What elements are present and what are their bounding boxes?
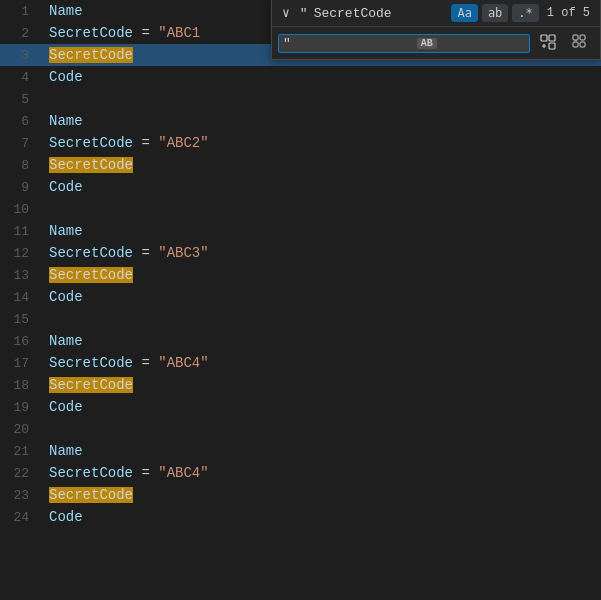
- replace-one-icon: [540, 34, 556, 50]
- replace-input[interactable]: [293, 36, 413, 51]
- replace-quote-icon: ": [283, 36, 291, 51]
- line-content-18: SecretCode: [45, 377, 601, 393]
- line-content-14: Code: [45, 289, 601, 305]
- line-23: 23 SecretCode: [0, 484, 601, 506]
- line-13: 13 SecretCode: [0, 264, 601, 286]
- line-num-15: 15: [0, 312, 45, 327]
- line-content-11: Name: [45, 223, 601, 239]
- match-word-button[interactable]: ab: [482, 4, 508, 22]
- line-21: 21 Name: [0, 440, 601, 462]
- find-widget-bottom: " AB: [272, 27, 600, 59]
- line-num-1: 1: [0, 4, 45, 19]
- line-8: 8 SecretCode: [0, 154, 601, 176]
- code-editor: 1 Name 2 SecretCode = "ABC1 3 SecretCode…: [0, 0, 601, 600]
- find-widget-top: ∨ " SecretCode Aa ab .* 1 of 5: [272, 0, 600, 27]
- line-content-12: SecretCode = "ABC3": [45, 245, 601, 261]
- line-6: 6 Name: [0, 110, 601, 132]
- line-num-22: 22: [0, 466, 45, 481]
- line-num-4: 4: [0, 70, 45, 85]
- line-num-12: 12: [0, 246, 45, 261]
- svg-rect-0: [541, 35, 547, 41]
- svg-rect-1: [549, 35, 555, 41]
- line-num-18: 18: [0, 378, 45, 393]
- svg-rect-6: [580, 42, 585, 47]
- line-num-23: 23: [0, 488, 45, 503]
- line-content-21: Name: [45, 443, 601, 459]
- find-quote-icon: ": [298, 6, 310, 21]
- replace-one-button[interactable]: [534, 31, 562, 55]
- line-num-14: 14: [0, 290, 45, 305]
- line-9: 9 Code: [0, 176, 601, 198]
- line-num-6: 6: [0, 114, 45, 129]
- line-content-17: SecretCode = "ABC4": [45, 355, 601, 371]
- line-content-8: SecretCode: [45, 157, 601, 173]
- line-7: 7 SecretCode = "ABC2": [0, 132, 601, 154]
- line-content-24: Code: [45, 509, 601, 525]
- line-num-21: 21: [0, 444, 45, 459]
- replace-all-icon: [572, 34, 588, 50]
- find-search-term: SecretCode: [314, 6, 448, 21]
- line-num-17: 17: [0, 356, 45, 371]
- line-14: 14 Code: [0, 286, 601, 308]
- svg-rect-5: [573, 42, 578, 47]
- line-content-4: Code: [45, 69, 601, 85]
- line-12: 12 SecretCode = "ABC3": [0, 242, 601, 264]
- line-num-11: 11: [0, 224, 45, 239]
- line-num-3: 3: [0, 48, 45, 63]
- line-num-8: 8: [0, 158, 45, 173]
- line-num-16: 16: [0, 334, 45, 349]
- line-17: 17 SecretCode = "ABC4": [0, 352, 601, 374]
- line-16: 16 Name: [0, 330, 601, 352]
- line-content-9: Code: [45, 179, 601, 195]
- line-num-19: 19: [0, 400, 45, 415]
- svg-rect-2: [549, 43, 555, 49]
- line-content-13: SecretCode: [45, 267, 601, 283]
- match-case-button[interactable]: Aa: [451, 4, 477, 22]
- match-count: 1 of 5: [543, 6, 594, 20]
- svg-rect-3: [573, 35, 578, 40]
- line-10: 10: [0, 198, 601, 220]
- regex-button[interactable]: .*: [512, 4, 538, 22]
- replace-all-button[interactable]: [566, 31, 594, 55]
- ab-badge: AB: [417, 38, 437, 49]
- find-widget: ∨ " SecretCode Aa ab .* 1 of 5 " AB: [271, 0, 601, 60]
- line-content-19: Code: [45, 399, 601, 415]
- line-4: 4 Code: [0, 66, 601, 88]
- line-num-7: 7: [0, 136, 45, 151]
- line-content-23: SecretCode: [45, 487, 601, 503]
- line-num-9: 9: [0, 180, 45, 195]
- line-content-7: SecretCode = "ABC2": [45, 135, 601, 151]
- line-19: 19 Code: [0, 396, 601, 418]
- line-num-20: 20: [0, 422, 45, 437]
- line-5: 5: [0, 88, 601, 110]
- line-24: 24 Code: [0, 506, 601, 528]
- line-num-2: 2: [0, 26, 45, 41]
- line-num-24: 24: [0, 510, 45, 525]
- line-11: 11 Name: [0, 220, 601, 242]
- line-num-10: 10: [0, 202, 45, 217]
- line-22: 22 SecretCode = "ABC4": [0, 462, 601, 484]
- line-15: 15: [0, 308, 601, 330]
- collapse-toggle[interactable]: ∨: [278, 5, 294, 21]
- line-content-22: SecretCode = "ABC4": [45, 465, 601, 481]
- line-18: 18 SecretCode: [0, 374, 601, 396]
- replace-input-wrap: " AB: [278, 34, 530, 53]
- svg-rect-4: [580, 35, 585, 40]
- line-num-13: 13: [0, 268, 45, 283]
- line-content-6: Name: [45, 113, 601, 129]
- line-num-5: 5: [0, 92, 45, 107]
- line-content-16: Name: [45, 333, 601, 349]
- line-20: 20: [0, 418, 601, 440]
